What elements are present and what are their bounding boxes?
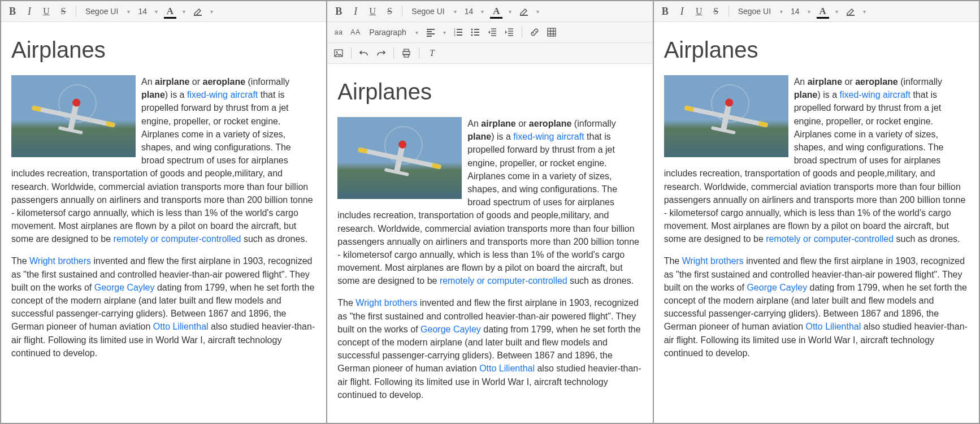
separator [419,47,419,59]
article-title: Airplanes [664,33,969,66]
chevron-down-icon[interactable]: ▾ [478,8,487,15]
outdent-button[interactable] [484,24,500,40]
font-size-select[interactable]: 14 [461,7,477,16]
link-fixed-wing[interactable]: fixed-wing aircraft [187,90,258,99]
chevron-down-icon[interactable]: ▾ [505,8,515,15]
unordered-list-button[interactable] [467,24,483,40]
clear-formatting-button[interactable]: T [424,45,440,61]
toolbar-row: B I U S Segoe UI ▾ 14 ▾ A ▾ ▾ [654,1,979,22]
editor-pane-1: B I U S Segoe UI ▾ 14 ▾ A ▾ ▾ Airplanes … [1,1,327,423]
bold-button[interactable]: B [657,3,673,19]
align-left-button[interactable] [423,24,439,40]
separator [402,6,402,17]
link-otto-lilienthal[interactable]: Otto Lilienthal [479,364,535,373]
toolbar-row-1: B I U S Segoe UI ▾ 14 ▾ A ▾ ▾ [327,1,652,22]
chevron-down-icon[interactable]: ▾ [207,8,216,15]
font-family-select[interactable]: Segoe UI [407,7,449,16]
chevron-down-icon[interactable]: ▾ [804,8,814,15]
svg-point-6 [471,32,472,33]
editor-content[interactable]: Airplanes An airplane or aeroplane (info… [654,22,979,423]
print-button[interactable] [398,45,414,61]
chevron-down-icon[interactable]: ▾ [179,8,189,15]
svg-point-10 [336,51,338,53]
link-remotely[interactable]: remotely or computer-controlled [766,234,894,244]
toolbar-row-2: aa AA Paragraph ▾ ▾ 123 [327,22,652,43]
italic-button[interactable]: I [674,3,690,19]
link-otto-lilienthal[interactable]: Otto Lilienthal [805,322,861,331]
link-wright-brothers[interactable]: Wright brothers [355,298,417,308]
link-otto-lilienthal[interactable]: Otto Lilienthal [153,322,209,331]
bold-button[interactable]: B [331,3,346,19]
link-fixed-wing[interactable]: fixed-wing aircraft [513,132,584,141]
underline-button[interactable]: U [691,3,707,19]
chevron-down-icon[interactable]: ▾ [860,8,869,15]
separator [729,6,729,17]
paragraph-style-select[interactable]: Paragraph [365,28,410,37]
chevron-down-icon[interactable]: ▾ [440,29,449,36]
toolbar-row-3: T [327,43,652,64]
link-george-cayley[interactable]: George Cayley [94,283,155,292]
paragraph-2: The Wright brothers invented and flew th… [664,254,969,360]
link-wright-brothers[interactable]: Wright brothers [29,256,91,266]
redo-button[interactable] [373,45,389,61]
svg-rect-1 [520,15,528,16]
font-family-select[interactable]: Segoe UI [734,7,775,16]
editor-content[interactable]: Airplanes An airplane or aeroplane (info… [1,22,326,423]
chevron-down-icon[interactable]: ▾ [533,8,543,15]
ordered-list-button[interactable]: 123 [450,24,466,40]
underline-button[interactable]: U [38,3,54,19]
separator [522,27,522,38]
font-color-button[interactable]: A [815,3,831,19]
strikethrough-button[interactable]: S [708,3,724,19]
separator [351,47,352,59]
italic-button[interactable]: I [348,3,363,19]
chevron-down-icon[interactable]: ▾ [124,8,133,15]
link-button[interactable] [527,24,543,40]
svg-point-7 [471,34,472,36]
strikethrough-button[interactable]: S [55,3,71,19]
svg-text:3: 3 [454,33,456,37]
link-fixed-wing[interactable]: fixed-wing aircraft [840,90,910,99]
link-remotely[interactable]: remotely or computer-controlled [440,276,567,285]
uppercase-button[interactable]: AA [348,24,363,40]
link-george-cayley[interactable]: George Cayley [747,283,807,292]
link-remotely[interactable]: remotely or computer-controlled [114,234,241,244]
undo-button[interactable] [356,45,372,61]
chevron-down-icon[interactable]: ▾ [450,8,460,15]
chevron-down-icon[interactable]: ▾ [832,8,842,15]
highlight-color-button[interactable] [843,3,858,19]
chevron-down-icon[interactable]: ▾ [777,8,786,15]
editor-content[interactable]: Airplanes An airplane or aeroplane (info… [327,64,652,423]
editor-pane-2: B I U S Segoe UI ▾ 14 ▾ A ▾ ▾ aa AA Para… [327,1,653,423]
bold-button[interactable]: B [5,3,20,19]
font-color-button[interactable]: A [488,3,504,19]
editor-pane-3: B I U S Segoe UI ▾ 14 ▾ A ▾ ▾ Airplanes … [654,1,979,423]
svg-rect-0 [194,15,202,16]
svg-point-5 [471,29,472,31]
highlight-color-button[interactable] [190,3,206,19]
separator [393,47,394,59]
lowercase-button[interactable]: aa [331,24,346,40]
underline-button[interactable]: U [365,3,380,19]
link-george-cayley[interactable]: George Cayley [420,325,481,334]
font-size-select[interactable]: 14 [135,7,150,16]
paragraph-2: The Wright brothers invented and flew th… [11,254,316,360]
article-title: Airplanes [337,75,642,108]
image-button[interactable] [331,45,346,61]
link-wright-brothers[interactable]: Wright brothers [682,256,744,266]
italic-button[interactable]: I [21,3,37,19]
strikethrough-button[interactable]: S [381,3,397,19]
chevron-down-icon[interactable]: ▾ [151,8,161,15]
indent-button[interactable] [501,24,517,40]
svg-rect-14 [847,15,855,16]
table-button[interactable] [544,24,560,40]
separator [76,6,76,17]
font-family-select[interactable]: Segoe UI [81,7,123,16]
font-color-button[interactable]: A [162,3,178,19]
chevron-down-icon[interactable]: ▾ [412,29,422,36]
highlight-color-button[interactable] [516,3,532,19]
article-title: Airplanes [11,33,316,66]
airplane-image [337,117,462,199]
svg-rect-8 [548,28,556,36]
font-size-select[interactable]: 14 [787,7,803,16]
